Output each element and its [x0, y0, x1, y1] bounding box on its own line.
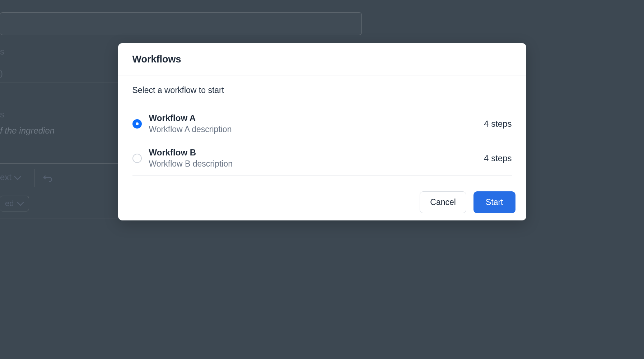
workflow-option-a[interactable]: Workflow A Workflow A description 4 step…	[132, 113, 512, 141]
radio-selected[interactable]	[132, 119, 142, 129]
workflow-text-group: Workflow B Workflow B description	[149, 148, 477, 169]
cancel-button[interactable]: Cancel	[420, 191, 466, 213]
workflow-option-b[interactable]: Workflow B Workflow B description 4 step…	[132, 141, 512, 176]
workflow-name: Workflow B	[149, 148, 477, 158]
modal-header: Workflows	[118, 43, 526, 75]
workflow-name: Workflow A	[149, 113, 477, 123]
workflow-description: Workflow B description	[149, 159, 477, 169]
modal-title: Workflows	[132, 54, 512, 65]
workflow-text-group: Workflow A Workflow A description	[149, 113, 477, 134]
radio-unselected[interactable]	[132, 154, 142, 163]
modal-overlay: Workflows Select a workflow to start Wor…	[0, 0, 644, 359]
workflow-steps-count: 4 steps	[484, 119, 512, 129]
workflows-modal: Workflows Select a workflow to start Wor…	[118, 43, 526, 220]
workflow-list: Workflow A Workflow A description 4 step…	[132, 113, 512, 176]
workflow-description: Workflow A description	[149, 125, 477, 134]
workflow-steps-count: 4 steps	[484, 153, 512, 163]
modal-body: Select a workflow to start Workflow A Wo…	[118, 75, 526, 176]
modal-subtitle: Select a workflow to start	[132, 85, 512, 95]
start-button[interactable]: Start	[473, 191, 515, 213]
modal-footer: Cancel Start	[118, 176, 526, 220]
